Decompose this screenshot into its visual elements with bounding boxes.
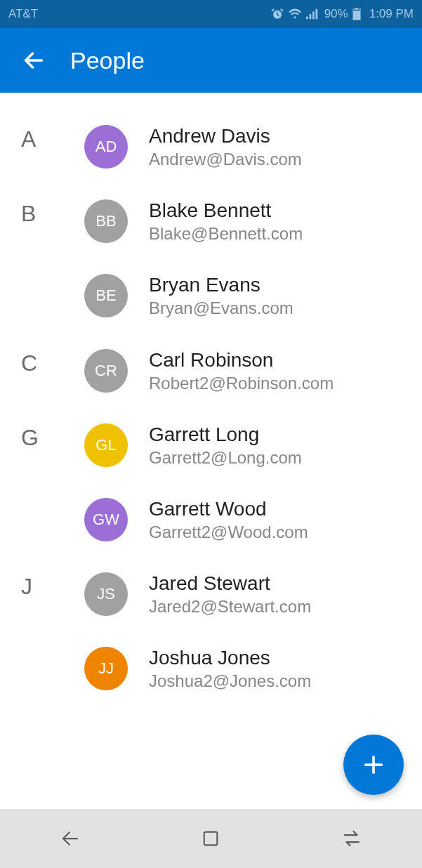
svg-rect-4	[315, 9, 317, 19]
avatar: AD	[84, 125, 128, 169]
avatar: GW	[84, 498, 128, 541]
contact-section: AADAndrew DavisAndrew@Davis.com	[0, 124, 422, 198]
contact-email: Garrett2@Long.com	[149, 447, 302, 468]
contact-name: Jared Stewart	[149, 571, 311, 596]
contact-email: Garrett2@Wood.com	[149, 521, 308, 543]
arrow-left-icon	[60, 828, 81, 849]
plus-icon	[362, 753, 385, 777]
carrier-label: AT&T	[8, 7, 38, 21]
contact-email: Blake@Bennett.com	[149, 223, 303, 244]
clock-time: 1:09 PM	[369, 7, 414, 21]
contact-name: Carl Robinson	[149, 348, 334, 372]
nav-back-button[interactable]	[42, 817, 98, 860]
status-bar: AT&T 90% 1:09 PM	[0, 0, 422, 28]
alarm-icon	[271, 8, 284, 20]
battery-percent: 90%	[324, 7, 348, 21]
contact-section: GGLGarrett LongGarrett2@Long.comGWGarret…	[0, 422, 422, 571]
section-letter: G	[0, 422, 84, 451]
system-nav-bar	[0, 809, 422, 868]
contact-name: Garrett Wood	[149, 497, 308, 521]
add-contact-button[interactable]	[343, 735, 404, 795]
contact-name: Andrew Davis	[149, 124, 302, 148]
battery-icon	[352, 8, 361, 20]
contact-item[interactable]: BEBryan EvansBryan@Evans.com	[84, 272, 422, 347]
section-letter: J	[0, 571, 84, 600]
page-title: People	[70, 47, 145, 74]
section-letter: C	[0, 348, 84, 376]
avatar: CR	[84, 349, 128, 393]
avatar: JJ	[84, 647, 128, 690]
contact-name: Bryan Evans	[149, 272, 294, 297]
contact-name: Blake Bennett	[149, 198, 303, 223]
svg-rect-2	[309, 14, 311, 19]
wifi-icon	[288, 8, 302, 20]
contact-section: JJSJared StewartJared2@Stewart.comJJJosh…	[0, 571, 422, 720]
contact-item[interactable]: ADAndrew DavisAndrew@Davis.com	[84, 124, 422, 198]
app-bar: People	[0, 28, 422, 93]
section-letter: A	[0, 124, 84, 152]
signal-icon	[306, 8, 319, 20]
contact-email: Bryan@Evans.com	[149, 297, 294, 319]
contact-email: Jared2@Stewart.com	[149, 596, 311, 617]
contact-email: Robert2@Robinson.com	[149, 372, 334, 394]
square-icon	[201, 829, 220, 848]
avatar: JS	[84, 572, 128, 616]
contact-email: Andrew@Davis.com	[149, 148, 302, 170]
contact-section: BBBBlake BennettBlake@Bennett.comBEBryan…	[0, 198, 422, 347]
contact-name: Joshua Jones	[149, 645, 311, 670]
contact-item[interactable]: JJJoshua JonesJoshua2@Jones.com	[84, 645, 422, 720]
contact-item[interactable]: GLGarrett LongGarrett2@Long.com	[84, 422, 422, 497]
section-letter: B	[0, 198, 84, 227]
contact-email: Joshua2@Jones.com	[149, 670, 311, 692]
contact-item[interactable]: JSJared StewartJared2@Stewart.com	[84, 571, 422, 645]
svg-rect-12	[204, 832, 218, 846]
svg-rect-6	[353, 11, 360, 20]
svg-rect-7	[355, 8, 358, 9]
svg-rect-3	[312, 11, 315, 19]
contact-item[interactable]: BBBlake BennettBlake@Bennett.com	[84, 198, 422, 272]
contact-item[interactable]: GWGarrett WoodGarrett2@Wood.com	[84, 497, 422, 571]
swap-icon	[341, 828, 362, 849]
avatar: GL	[84, 423, 128, 467]
svg-rect-1	[306, 17, 308, 20]
back-button[interactable]	[17, 44, 51, 77]
contact-item[interactable]: CRCarl RobinsonRobert2@Robinson.com	[84, 348, 422, 422]
nav-recent-button[interactable]	[324, 817, 380, 860]
avatar: BE	[84, 274, 128, 317]
contact-section: CCRCarl RobinsonRobert2@Robinson.com	[0, 348, 422, 422]
nav-home-button[interactable]	[183, 817, 239, 860]
contacts-list[interactable]: AADAndrew DavisAndrew@Davis.comBBBBlake …	[0, 93, 422, 809]
arrow-left-icon	[22, 48, 46, 72]
avatar: BB	[84, 199, 128, 243]
contact-name: Garrett Long	[149, 422, 302, 447]
